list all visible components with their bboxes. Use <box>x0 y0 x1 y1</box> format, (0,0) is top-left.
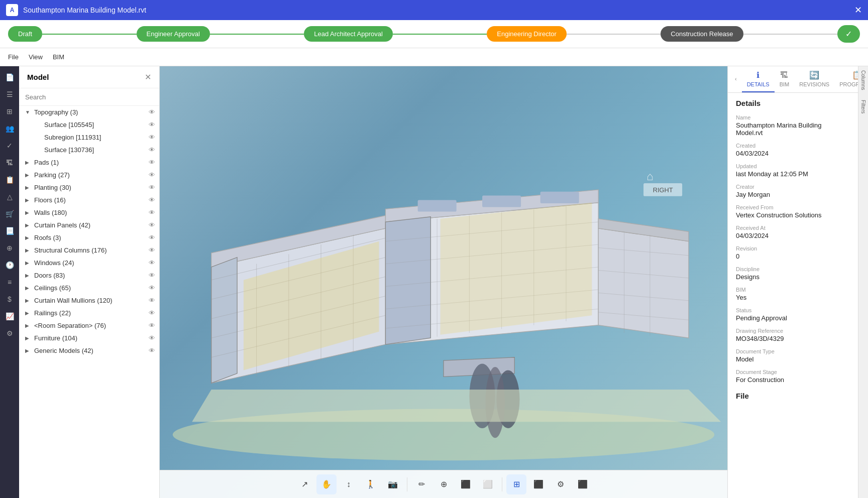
tab-details[interactable]: ℹ DETAILS <box>742 66 775 92</box>
tree-item-subregion[interactable]: Subregion [111931] 👁 <box>19 131 159 144</box>
nav-document[interactable]: 📄 <box>3 70 17 84</box>
nav-list[interactable]: ≡ <box>3 275 17 289</box>
viewport[interactable]: ⌂ RIGHT ↗ ✋ ↕ 🚶 📷 ✏ ⊕ ⬛ ⬜ ⊞ ⬛ ⚙ ⬛ <box>160 66 727 498</box>
tree-item-railings[interactable]: ▶ Railings (22) 👁 <box>19 307 159 319</box>
eye-icon[interactable]: 👁 <box>149 171 155 179</box>
tree-item-surface2[interactable]: Surface [130736] 👁 <box>19 144 159 156</box>
svg-text:RIGHT: RIGHT <box>653 186 673 194</box>
nav-building[interactable]: 🏗 <box>3 156 17 170</box>
nav-settings[interactable]: ⚙ <box>3 326 17 340</box>
tree-item-doors[interactable]: ▶ Doors (83) 👁 <box>19 269 159 282</box>
menu-file[interactable]: File <box>8 51 19 63</box>
tree-item-planting[interactable]: ▶ Planting (30) 👁 <box>19 181 159 194</box>
workflow-step-engineering-director[interactable]: Engineering Director <box>487 26 567 42</box>
detail-updated-label: Updated <box>736 163 850 169</box>
eye-icon[interactable]: 👁 <box>149 121 155 129</box>
nav-page[interactable]: 📃 <box>3 224 17 238</box>
tree-item-floors[interactable]: ▶ Floors (16) 👁 <box>19 194 159 206</box>
detail-created-row: Created 04/03/2024 <box>736 143 850 157</box>
tree-item-structural-columns[interactable]: ▶ Structural Columns (176) 👁 <box>19 244 159 257</box>
eye-icon[interactable]: 👁 <box>149 272 155 279</box>
tree-label: Curtain Panels (42) <box>34 221 149 229</box>
tree-item-pads[interactable]: ▶ Pads (1) 👁 <box>19 156 159 169</box>
nav-cart[interactable]: 🛒 <box>3 207 17 221</box>
nav-users[interactable]: 👥 <box>3 121 17 136</box>
toolbar-grid-btn[interactable]: ⊞ <box>506 474 526 494</box>
details-tab-icon: ℹ <box>756 70 759 80</box>
toolbar-move2-btn[interactable]: ⊕ <box>433 474 454 494</box>
nav-menu[interactable]: ☰ <box>3 87 17 101</box>
expand-icon: ▶ <box>25 310 32 316</box>
toolbar-move-btn[interactable]: ↗ <box>294 474 314 494</box>
toolbar-walk-btn[interactable]: 🚶 <box>361 474 381 494</box>
nav-check[interactable]: ✓ <box>3 139 17 153</box>
tab-bim[interactable]: 🏗 BIM <box>775 67 795 92</box>
toolbar-hand-btn[interactable]: ✋ <box>316 474 337 494</box>
close-button[interactable]: ✕ <box>854 5 862 16</box>
toolbar-zoom-btn[interactable]: ↕ <box>339 474 359 494</box>
toolbar-settings-btn[interactable]: ⚙ <box>551 474 571 494</box>
menu-view[interactable]: View <box>29 51 43 63</box>
eye-icon[interactable]: 👁 <box>149 322 155 329</box>
tree-item-walls[interactable]: ▶ Walls (180) 👁 <box>19 206 159 219</box>
tree-item-curtain-wall-mullions[interactable]: ▶ Curtain Wall Mullions (120) 👁 <box>19 294 159 307</box>
workflow-step-construction-release[interactable]: Construction Release <box>661 26 743 42</box>
search-input[interactable] <box>25 93 153 101</box>
toolbar-box2-btn[interactable]: ⬜ <box>478 474 498 494</box>
workflow-checkmark[interactable]: ✓ <box>837 25 860 43</box>
tree-item-topography[interactable]: ▼ Topography (3) 👁 <box>19 106 159 118</box>
nav-clock[interactable]: 🕐 <box>3 258 17 272</box>
columns-label[interactable]: Columns <box>860 70 866 90</box>
tree-item-surface1[interactable]: Surface [105545] 👁 <box>19 118 159 131</box>
eye-icon[interactable]: 👁 <box>149 297 155 304</box>
toolbar-list-btn[interactable]: ⬛ <box>528 474 549 494</box>
tree-item-ceilings[interactable]: ▶ Ceilings (65) 👁 <box>19 282 159 294</box>
eye-icon[interactable]: 👁 <box>149 209 155 216</box>
tree-item-windows[interactable]: ▶ Windows (24) 👁 <box>19 257 159 269</box>
nav-dollar[interactable]: $ <box>3 292 17 306</box>
svg-marker-3 <box>211 258 237 383</box>
tree-item-parking[interactable]: ▶ Parking (27) 👁 <box>19 169 159 181</box>
tab-prev-arrow[interactable]: ‹ <box>730 72 742 87</box>
eye-icon[interactable]: 👁 <box>149 309 155 317</box>
model-panel: Model ✕ ▼ Topography (3) 👁 Surface [1055… <box>19 66 160 498</box>
toolbar-export-btn[interactable]: ⬛ <box>573 474 593 494</box>
detail-creator-row: Creator Jay Morgan <box>736 184 850 198</box>
toolbar-box-btn[interactable]: ⬛ <box>456 474 476 494</box>
tab-revisions[interactable]: 🔄 REVISIONS <box>794 66 834 92</box>
workflow-step-draft[interactable]: Draft <box>8 26 42 42</box>
tab-programme[interactable]: 📋 PROGRAMMI <box>834 66 858 92</box>
eye-icon[interactable]: 👁 <box>149 284 155 292</box>
eye-icon[interactable]: 👁 <box>149 334 155 342</box>
eye-icon[interactable]: 👁 <box>149 234 155 241</box>
eye-icon[interactable]: 👁 <box>149 159 155 166</box>
tab-revisions-label: REVISIONS <box>799 81 829 87</box>
eye-icon[interactable]: 👁 <box>149 246 155 254</box>
toolbar-camera-btn[interactable]: 📷 <box>383 474 403 494</box>
eye-icon[interactable]: 👁 <box>149 184 155 191</box>
tree-item-furniture[interactable]: ▶ Furniture (104) 👁 <box>19 332 159 344</box>
nav-triangle[interactable]: △ <box>3 190 17 204</box>
tree-item-room-separation[interactable]: ▶ <Room Separation> (76) 👁 <box>19 319 159 332</box>
tree-item-curtain-panels[interactable]: ▶ Curtain Panels (42) 👁 <box>19 219 159 231</box>
workflow-step-engineer[interactable]: Engineer Approval <box>137 26 210 42</box>
filters-label[interactable]: Filters <box>860 100 866 113</box>
eye-icon[interactable]: 👁 <box>149 108 155 116</box>
nav-doc2[interactable]: 📋 <box>3 173 17 187</box>
tree-item-generic-models[interactable]: ▶ Generic Models (42) 👁 <box>19 344 159 357</box>
nav-chart[interactable]: 📈 <box>3 309 17 323</box>
eye-icon[interactable]: 👁 <box>149 196 155 204</box>
eye-icon[interactable]: 👁 <box>149 221 155 229</box>
eye-icon[interactable]: 👁 <box>149 134 155 141</box>
toolbar-pencil-btn[interactable]: ✏ <box>411 474 431 494</box>
eye-icon[interactable]: 👁 <box>149 347 155 354</box>
eye-icon[interactable]: 👁 <box>149 259 155 267</box>
workflow-step-lead-architect[interactable]: Lead Architect Approval <box>304 26 393 42</box>
menu-bim[interactable]: BIM <box>53 51 64 63</box>
nav-plus[interactable]: ⊕ <box>3 241 17 255</box>
right-collapse-bar: Columns Filters <box>858 66 868 498</box>
nav-grid[interactable]: ⊞ <box>3 104 17 118</box>
panel-close-button[interactable]: ✕ <box>145 72 151 82</box>
eye-icon[interactable]: 👁 <box>149 146 155 154</box>
tree-item-roofs[interactable]: ▶ Roofs (3) 👁 <box>19 231 159 244</box>
